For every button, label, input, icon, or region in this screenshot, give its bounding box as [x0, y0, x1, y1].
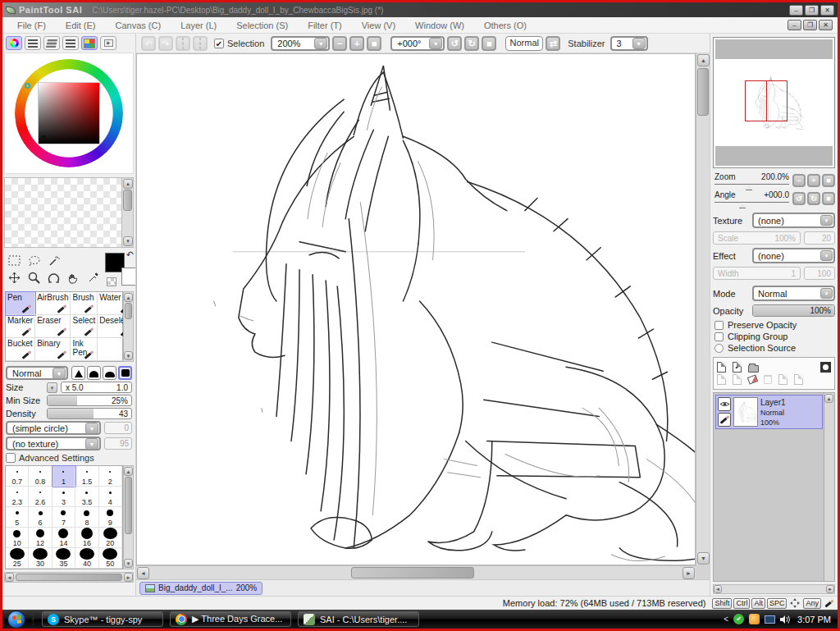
layer-visibility-toggle[interactable]	[718, 397, 731, 411]
scroll-down-icon[interactable]: ▼	[124, 559, 133, 568]
brush-tool[interactable]: Marker	[6, 315, 35, 338]
scroll-down-icon[interactable]: ▼	[697, 552, 710, 565]
layer-list-scrollbar[interactable]: ▲	[824, 393, 834, 581]
taskbar-button[interactable]: ▶ Three Days Grace...	[170, 611, 291, 627]
scroll-up-icon[interactable]: ▲	[124, 467, 133, 476]
color-mixer-button[interactable]	[62, 36, 79, 50]
edge-round-button[interactable]	[87, 366, 101, 380]
size-preset[interactable]: 7	[52, 507, 75, 528]
density-slider[interactable]: 43	[47, 408, 132, 419]
saturation-value-square[interactable]	[38, 82, 100, 144]
new-linework-layer-icon[interactable]	[733, 362, 742, 373]
right-panel-hscrollbar[interactable]: ◄ ►	[713, 584, 835, 594]
redo-button[interactable]: ↷	[158, 36, 173, 51]
doc-minimize-button[interactable]: –	[788, 20, 801, 30]
lasso-tool[interactable]	[25, 253, 43, 268]
brush-shape-dropdown[interactable]: (simple circle) ▼	[6, 421, 101, 435]
dropdown-arrow-icon[interactable]: ▼	[85, 438, 98, 450]
scroll-up-icon[interactable]: ▲	[123, 179, 133, 189]
selection-source-radio[interactable]	[714, 344, 724, 353]
zoom-dropdown[interactable]: 200% ▼	[271, 36, 330, 51]
antivirus-tray-icon[interactable]	[749, 614, 760, 624]
zoom-in-button[interactable]: +	[349, 36, 364, 51]
scroll-up-icon[interactable]: ▲	[824, 394, 833, 403]
hsv-slider-button[interactable]	[43, 36, 60, 50]
size-preset[interactable]: 0.8	[29, 466, 52, 487]
size-preset[interactable]: 1.5	[75, 466, 98, 487]
size-grid-scrollbar[interactable]: ▲ ▼	[123, 465, 134, 569]
skype-tray-icon[interactable]: ✔	[733, 614, 744, 624]
dropdown-arrow-icon[interactable]: ▼	[429, 38, 442, 49]
scratchpad-button[interactable]	[100, 36, 116, 50]
network-tray-icon[interactable]	[765, 615, 775, 624]
scroll-down-icon[interactable]: ▼	[123, 236, 133, 246]
size-preset[interactable]: 1	[52, 466, 75, 487]
layer-option-checkbox[interactable]	[714, 332, 724, 341]
scroll-thumb[interactable]	[123, 190, 132, 211]
size-preset[interactable]: 4	[99, 487, 122, 507]
brush-tool[interactable]: Ink Pen	[71, 338, 98, 361]
size-preset[interactable]: 25	[6, 548, 29, 569]
layer-option-checkbox[interactable]	[714, 321, 724, 330]
navigator-angle-slider[interactable]: Angle +000.0	[713, 190, 791, 207]
swap-colors-icon[interactable]: ↶	[126, 249, 134, 260]
dropdown-arrow-icon[interactable]: ▼	[85, 423, 98, 434]
size-field[interactable]: x 5.0 1.0	[61, 382, 132, 393]
size-preset[interactable]: 50	[99, 548, 122, 569]
effect-dropdown[interactable]: (none) ▼	[752, 248, 835, 263]
menu-item[interactable]: File (F)	[7, 19, 56, 32]
hue-marker[interactable]	[25, 83, 30, 89]
move-tool[interactable]	[6, 270, 23, 286]
canvas-hscrollbar[interactable]: ◄ ►	[136, 565, 696, 579]
merge-down-icon[interactable]	[733, 374, 742, 385]
taskbar-button[interactable]: SAI - C:\Users\tiger....	[298, 611, 419, 627]
rotate-reset-button[interactable]: ■	[482, 36, 496, 51]
edge-soft-button[interactable]	[103, 366, 116, 380]
layer-row[interactable]: Layer1 Normal 100%	[715, 395, 823, 429]
scroll-down-icon[interactable]: ▼	[124, 351, 133, 360]
transparent-color-button[interactable]	[107, 277, 116, 286]
angle-dropdown[interactable]: +000° ▼	[390, 36, 445, 51]
size-preset[interactable]: 30	[29, 548, 52, 569]
new-layer-set-icon[interactable]	[748, 365, 759, 373]
scroll-thumb[interactable]	[125, 477, 132, 534]
dropdown-arrow-icon[interactable]: ▼	[52, 368, 66, 379]
swatches-button[interactable]	[81, 36, 98, 50]
tray-expand-icon[interactable]: <	[724, 615, 728, 624]
brush-tool[interactable]: Select	[71, 315, 98, 338]
background-color[interactable]	[121, 267, 136, 286]
menu-item[interactable]: Filter (T)	[298, 19, 352, 32]
scroll-up-icon[interactable]: ▲	[697, 54, 710, 66]
menu-item[interactable]: Others (O)	[474, 19, 536, 32]
brush-tool[interactable]: Pen	[6, 292, 35, 315]
undo-button[interactable]: ↶	[141, 36, 156, 51]
scroll-left-icon[interactable]: ◄	[5, 573, 14, 582]
maximize-button[interactable]: ❐	[805, 5, 819, 16]
clear-layer-icon[interactable]	[747, 374, 758, 384]
brush-tool[interactable]: Binary	[35, 338, 71, 361]
size-unit-button[interactable]: ▼	[47, 382, 57, 393]
title-bar[interactable]: PaintTool SAI C:\Users\tiger.hazel-PC\De…	[2, 2, 838, 17]
zoom-tool[interactable]	[25, 270, 43, 286]
scroll-right-icon[interactable]: ►	[826, 585, 834, 593]
size-preset[interactable]: 8	[75, 507, 98, 528]
view-mode-button[interactable]: Normal	[505, 36, 543, 51]
volume-tray-icon[interactable]	[780, 615, 791, 624]
slider-marker-icon[interactable]	[746, 185, 752, 190]
size-preset[interactable]: 40	[75, 548, 98, 569]
scroll-left-icon[interactable]: ◄	[714, 585, 722, 593]
nav-rotate-cw-button[interactable]: ↻	[807, 192, 820, 205]
rect-select-tool[interactable]	[6, 253, 23, 268]
scratchpad-scrollbar[interactable]: ▲ ▼	[121, 178, 133, 247]
selection-paste-button[interactable]	[193, 36, 208, 51]
layer-mask-icon[interactable]	[820, 362, 831, 373]
dropdown-arrow-icon[interactable]: ▼	[820, 250, 833, 261]
size-preset[interactable]: 5	[6, 507, 29, 528]
size-preset[interactable]: 3	[52, 487, 75, 507]
brush-tool[interactable]: Brush	[71, 292, 98, 315]
edge-flat-button[interactable]	[118, 366, 132, 380]
size-preset[interactable]: 20	[99, 528, 122, 548]
nav-rotate-ccw-button[interactable]: ↺	[792, 192, 806, 205]
paste-layer-icon[interactable]	[794, 374, 803, 385]
drawing-canvas[interactable]	[136, 53, 696, 565]
